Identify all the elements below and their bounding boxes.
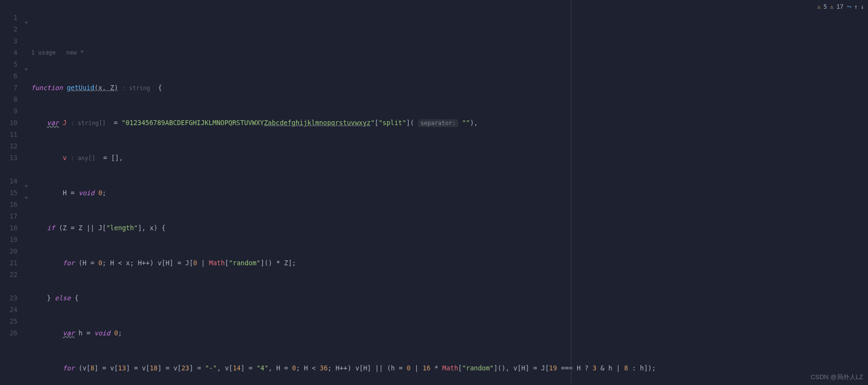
- line-number[interactable]: 1: [0, 12, 18, 23]
- code-line: if (Z = Z || J["length"], x) {: [31, 222, 868, 234]
- gutter-spacer: [0, 280, 18, 292]
- line-number[interactable]: 20: [0, 245, 18, 257]
- line-number[interactable]: 7: [0, 82, 18, 93]
- line-number[interactable]: 3: [0, 35, 18, 47]
- watermark: CSDN @局外人LZ: [811, 371, 863, 383]
- code-line: } else {: [31, 292, 868, 304]
- highlight-icon[interactable]: ⤳: [847, 1, 851, 13]
- fold-icon[interactable]: ⌄: [24, 190, 30, 196]
- line-number[interactable]: 24: [0, 304, 18, 315]
- line-number[interactable]: 12: [0, 140, 18, 152]
- code-line: var J : string[] = "0123456789ABCDEFGHIJ…: [31, 117, 868, 128]
- line-number[interactable]: 23: [0, 292, 18, 304]
- line-number[interactable]: 2: [0, 23, 18, 35]
- fold-icon[interactable]: ⌄: [24, 15, 30, 20]
- line-gutter: 1 2 3 4 5 6 7 8 9 10 11 12 13 14 15 16 1…: [0, 0, 24, 385]
- code-line: for (v[8] = v[13] = v[18] = v[23] = "-",…: [31, 362, 868, 374]
- next-highlight-icon[interactable]: ↓: [861, 1, 864, 13]
- line-number[interactable]: 14: [0, 175, 18, 187]
- fold-icon[interactable]: ⌄: [24, 61, 30, 67]
- code-line: H = void 0;: [31, 187, 868, 199]
- gutter-spacer: [0, 0, 18, 12]
- line-number[interactable]: 21: [0, 257, 18, 269]
- line-number[interactable]: 10: [0, 117, 18, 128]
- line-number[interactable]: 17: [0, 210, 18, 222]
- line-number[interactable]: 25: [0, 315, 18, 327]
- warning-count: 17: [836, 1, 843, 13]
- line-number[interactable]: 5: [0, 58, 18, 70]
- line-number[interactable]: 15: [0, 187, 18, 199]
- prev-highlight-icon[interactable]: ↑: [854, 1, 858, 13]
- inspection-widgets: ⚠5 ⚠17 ⤳ ↑ ↓: [817, 1, 864, 13]
- code-line: for (H = 0; H < x; H++) v[H] = J[0 | Mat…: [31, 257, 868, 269]
- usage-hint[interactable]: 1 usage new *: [31, 47, 868, 58]
- line-number[interactable]: 4: [0, 47, 18, 58]
- code-editor: 1 2 3 4 5 6 7 8 9 10 11 12 13 14 15 16 1…: [0, 0, 868, 385]
- margin-guide: [571, 0, 571, 385]
- line-number[interactable]: 19: [0, 234, 18, 245]
- line-number[interactable]: 26: [0, 327, 18, 339]
- code-line: function getUuid(x, Z) : string {: [31, 82, 868, 93]
- warning-count: 5: [824, 1, 827, 13]
- line-number[interactable]: 18: [0, 222, 18, 234]
- code-area[interactable]: 1 usage new * function getUuid(x, Z) : s…: [31, 0, 868, 385]
- line-number[interactable]: 9: [0, 105, 18, 117]
- fold-icon[interactable]: ⌄: [24, 178, 30, 184]
- line-number[interactable]: 6: [0, 70, 18, 82]
- line-number[interactable]: 16: [0, 199, 18, 210]
- code-line: v : any[] = [],: [31, 152, 868, 164]
- warning-icon[interactable]: ⚠: [830, 1, 833, 13]
- line-number[interactable]: 22: [0, 269, 18, 280]
- line-number[interactable]: 13: [0, 152, 18, 164]
- code-line: var h = void 0;: [31, 327, 868, 339]
- line-number[interactable]: 11: [0, 128, 18, 140]
- fold-column: ⌄ ⌄ ⌄ ⌄: [24, 0, 31, 385]
- gutter-spacer: [0, 164, 18, 175]
- warning-icon[interactable]: ⚠: [817, 1, 820, 13]
- line-number[interactable]: 8: [0, 93, 18, 105]
